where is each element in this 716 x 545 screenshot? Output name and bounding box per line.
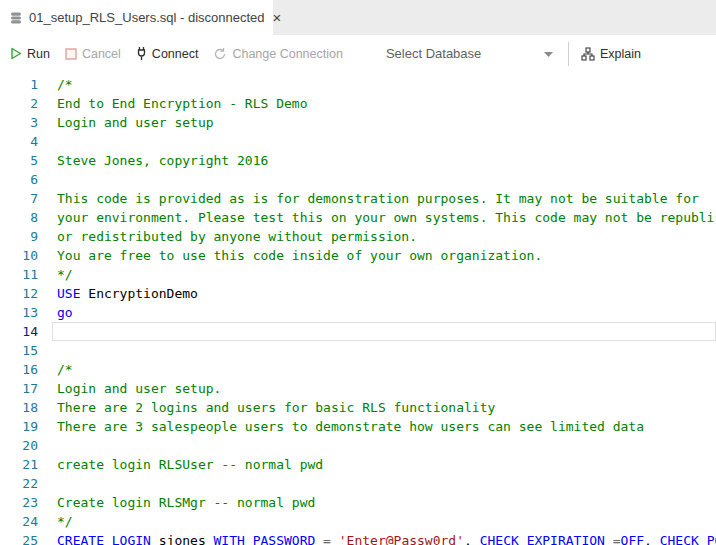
code-line[interactable]: 11*/ — [0, 265, 716, 284]
line-number[interactable]: 8 — [0, 208, 38, 227]
code-line[interactable]: 14 — [0, 322, 716, 341]
code-line[interactable]: 5Steve Jones, copyright 2016 — [0, 151, 716, 170]
line-number[interactable]: 7 — [0, 189, 38, 208]
code-line[interactable]: 20 — [0, 436, 716, 455]
line-number[interactable]: 11 — [0, 265, 38, 284]
run-icon — [10, 47, 22, 60]
code-line[interactable]: 18There are 2 logins and users for basic… — [0, 398, 716, 417]
cancel-icon — [65, 48, 77, 60]
connect-label: Connect — [152, 47, 199, 61]
code-text[interactable]: Create login RLSMgr -- normal pwd — [57, 493, 315, 512]
code-line[interactable]: 4 — [0, 132, 716, 151]
code-text[interactable]: Login and user setup. — [57, 379, 221, 398]
code-line[interactable]: 25CREATE LOGIN sjones WITH PASSWORD = 'E… — [0, 531, 716, 545]
code-text[interactable]: */ — [57, 512, 73, 531]
run-button[interactable]: Run — [10, 47, 50, 61]
code-line[interactable]: 16/* — [0, 360, 716, 379]
code-text[interactable]: go — [57, 303, 73, 322]
code-line[interactable]: 21create login RLSUser -- normal pwd — [0, 455, 716, 474]
line-number[interactable]: 15 — [0, 341, 38, 360]
code-editor[interactable]: 1/*2End to End Encryption - RLS Demo3Log… — [0, 72, 716, 545]
toolbar-separator — [568, 42, 569, 66]
line-number[interactable]: 17 — [0, 379, 38, 398]
change-connection-label: Change Connection — [232, 47, 343, 61]
code-line[interactable]: 8your environment. Please test this on y… — [0, 208, 716, 227]
query-toolbar: Run Cancel Connect Change Connection — [0, 35, 716, 72]
code-text[interactable]: create login RLSUser -- normal pwd — [57, 455, 323, 474]
code-text[interactable]: your environment. Please test this on yo… — [57, 208, 716, 227]
code-line[interactable]: 1/* — [0, 75, 716, 94]
code-line[interactable]: 12USE EncryptionDemo — [0, 284, 716, 303]
tab-title: 01_setup_RLS_Users.sql - disconnected — [29, 10, 265, 25]
run-label: Run — [27, 47, 50, 61]
code-line[interactable]: 23Create login RLSMgr -- normal pwd — [0, 493, 716, 512]
code-line[interactable]: 17Login and user setup. — [0, 379, 716, 398]
code-line[interactable]: 10You are free to use this code inside o… — [0, 246, 716, 265]
code-line[interactable]: 3Login and user setup — [0, 113, 716, 132]
cancel-label: Cancel — [82, 47, 121, 61]
code-text[interactable]: /* — [57, 75, 73, 94]
line-number[interactable]: 6 — [0, 170, 38, 189]
code-text[interactable]: USE EncryptionDemo — [57, 284, 198, 303]
connect-plug-icon — [136, 46, 147, 61]
line-number[interactable]: 21 — [0, 455, 38, 474]
line-number[interactable]: 14 — [0, 322, 38, 341]
line-number[interactable]: 19 — [0, 417, 38, 436]
tab-bar: 01_setup_RLS_Users.sql - disconnected × — [0, 0, 716, 35]
code-line[interactable]: 2End to End Encryption - RLS Demo — [0, 94, 716, 113]
line-number[interactable]: 4 — [0, 132, 38, 151]
code-text[interactable]: You are free to use this code inside of … — [57, 246, 542, 265]
explain-plan-icon — [581, 47, 595, 61]
cancel-button[interactable]: Cancel — [65, 47, 121, 61]
code-text[interactable]: Steve Jones, copyright 2016 — [57, 151, 268, 170]
code-text[interactable]: This code is provided as is for demonstr… — [57, 189, 699, 208]
code-text[interactable]: There are 2 logins and users for basic R… — [57, 398, 495, 417]
change-connection-button[interactable]: Change Connection — [213, 47, 343, 61]
code-line[interactable]: 24*/ — [0, 512, 716, 531]
line-number[interactable]: 12 — [0, 284, 38, 303]
line-number[interactable]: 24 — [0, 512, 38, 531]
line-number[interactable]: 18 — [0, 398, 38, 417]
explain-button[interactable]: Explain — [581, 47, 641, 61]
change-connection-icon — [213, 47, 227, 61]
select-database-dropdown[interactable]: Select Database — [386, 46, 554, 61]
code-line[interactable]: 22 — [0, 474, 716, 493]
code-line[interactable]: 7This code is provided as is for demonst… — [0, 189, 716, 208]
line-number[interactable]: 16 — [0, 360, 38, 379]
line-number[interactable]: 22 — [0, 474, 38, 493]
line-number[interactable]: 23 — [0, 493, 38, 512]
close-icon[interactable]: × — [273, 10, 282, 25]
code-text[interactable]: End to End Encryption - RLS Demo — [57, 94, 307, 113]
line-number[interactable]: 5 — [0, 151, 38, 170]
select-database-label: Select Database — [386, 46, 481, 61]
code-line[interactable]: 9or redistributed by anyone without perm… — [0, 227, 716, 246]
line-number[interactable]: 1 — [0, 75, 38, 94]
line-number[interactable]: 9 — [0, 227, 38, 246]
code-line[interactable]: 15 — [0, 341, 716, 360]
connect-button[interactable]: Connect — [136, 46, 199, 61]
code-text[interactable]: CREATE LOGIN sjones WITH PASSWORD = 'Ent… — [57, 531, 716, 545]
code-text[interactable]: There are 3 salespeople users to demonst… — [57, 417, 644, 436]
code-line[interactable]: 13go — [0, 303, 716, 322]
line-number[interactable]: 13 — [0, 303, 38, 322]
code-text[interactable]: Login and user setup — [57, 113, 214, 132]
code-line[interactable]: 19There are 3 salespeople users to demon… — [0, 417, 716, 436]
line-number[interactable]: 2 — [0, 94, 38, 113]
code-text[interactable]: or redistributed by anyone without permi… — [57, 227, 417, 246]
code-line[interactable]: 6 — [0, 170, 716, 189]
line-number[interactable]: 20 — [0, 436, 38, 455]
explain-label: Explain — [600, 47, 641, 61]
line-number[interactable]: 3 — [0, 113, 38, 132]
code-text[interactable]: /* — [57, 360, 73, 379]
line-number[interactable]: 25 — [0, 531, 38, 545]
database-icon — [9, 11, 23, 25]
code-text[interactable]: */ — [57, 265, 73, 284]
line-number[interactable]: 10 — [0, 246, 38, 265]
chevron-down-icon — [543, 46, 554, 61]
tab-sql-file[interactable]: 01_setup_RLS_Users.sql - disconnected × — [0, 0, 273, 35]
